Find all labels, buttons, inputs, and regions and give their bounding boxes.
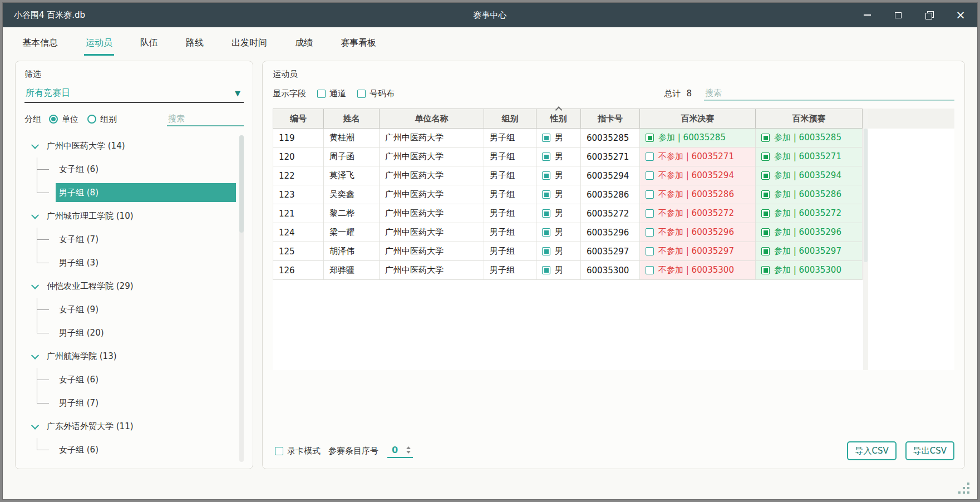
cell-group: 男子组	[484, 223, 536, 242]
table-row[interactable]: 124梁一耀广州中医药大学男子组男60035296不参加 | 60035296参…	[273, 223, 954, 242]
column-header[interactable]: 百米决赛	[640, 109, 756, 129]
table-row[interactable]: 120周子函广州中医药大学男子组男60035271不参加 | 60035271参…	[273, 147, 954, 166]
competition-day-select[interactable]: 所有竞赛日 ▼	[24, 85, 244, 103]
tree-child-item[interactable]: 男子组 (20)	[24, 321, 236, 344]
tab-6[interactable]: 成绩	[293, 32, 314, 56]
checkbox-icon[interactable]	[542, 152, 550, 161]
tree-parent-item[interactable]: 广州城市理工学院 (10)	[24, 204, 236, 228]
tree-item-label: 男子组 (8)	[59, 188, 99, 198]
tree-child-item[interactable]: 男子组 (3)	[24, 251, 236, 274]
checkbox-icon[interactable]	[542, 266, 550, 274]
checkbox-icon[interactable]	[542, 190, 550, 199]
column-header[interactable]: 百米预赛	[756, 109, 863, 129]
checkbox-icon[interactable]	[317, 90, 326, 98]
checkbox-icon[interactable]	[761, 247, 770, 255]
checkbox-icon[interactable]	[542, 247, 550, 255]
checkbox-icon[interactable]	[646, 171, 654, 180]
tree-child-item[interactable]: 女子组 (9)	[24, 298, 236, 321]
checkbox-icon[interactable]	[646, 152, 654, 161]
checkbox-icon[interactable]	[275, 447, 283, 455]
checkbox-icon[interactable]	[646, 247, 654, 255]
cell-final: 不参加 | 60035286	[640, 185, 756, 204]
column-header[interactable]: 单位名称	[380, 109, 484, 129]
checkbox-icon[interactable]	[542, 209, 550, 218]
field-checkbox[interactable]: 号码布	[357, 88, 395, 99]
table-row[interactable]: 126郑骅疆广州中医药大学男子组男60035300不参加 | 60035300参…	[273, 261, 954, 280]
column-header[interactable]: 姓名	[324, 109, 380, 129]
chevron-down-icon[interactable]	[31, 352, 39, 360]
record-mode-checkbox[interactable]: 录卡模式	[275, 446, 321, 456]
tab-7[interactable]: 赛事看板	[339, 32, 378, 56]
checkbox-icon[interactable]	[761, 152, 770, 161]
tree-scrollbar[interactable]	[239, 135, 244, 462]
tree-parent-item[interactable]: 广州中医药大学 (14)	[24, 134, 236, 158]
chevron-down-icon[interactable]	[31, 422, 39, 430]
column-header[interactable]: 组别	[484, 109, 536, 129]
tab-4[interactable]: 路线	[184, 32, 205, 56]
checkbox-icon[interactable]	[761, 266, 770, 274]
cell-prelim: 参加 | 60035296	[756, 223, 863, 242]
checkbox-icon[interactable]	[761, 171, 770, 180]
table-row[interactable]: 122莫泽飞广州中医药大学男子组男60035294不参加 | 60035294参…	[273, 166, 954, 185]
cell-name: 黎二桦	[324, 204, 380, 223]
table-row[interactable]: 125胡泽伟广州中医药大学男子组男60035297不参加 | 60035297参…	[273, 242, 954, 261]
minimize-button[interactable]	[861, 9, 873, 21]
tree-child-item[interactable]: 男子组 (7)	[24, 391, 236, 415]
tab-2[interactable]: 运动员	[84, 32, 114, 56]
checkbox-icon[interactable]	[357, 90, 366, 98]
radio-option[interactable]: 组别	[87, 114, 117, 125]
checkbox-icon[interactable]	[542, 228, 550, 237]
column-header[interactable]: 指卡号	[581, 109, 640, 129]
radio-icon[interactable]	[87, 115, 96, 124]
resize-grip[interactable]	[967, 491, 969, 494]
checkbox-icon[interactable]	[542, 171, 550, 180]
checkbox-icon[interactable]	[646, 228, 654, 237]
column-header[interactable]: 编号	[273, 109, 324, 129]
table-row[interactable]: 123吴奕鑫广州中医药大学男子组男60035286不参加 | 60035286参…	[273, 185, 954, 204]
checkbox-icon[interactable]	[761, 134, 770, 142]
checkbox-icon[interactable]	[761, 209, 770, 218]
chevron-down-icon[interactable]	[31, 282, 39, 289]
tree-parent-item[interactable]: 广东外语外贸大学 (11)	[24, 415, 236, 438]
tree-child-item[interactable]: 男子组 (8)	[24, 181, 236, 204]
tree-child-item[interactable]: 女子组 (6)	[24, 158, 236, 181]
checkbox-icon[interactable]	[646, 266, 654, 274]
radio-option[interactable]: 单位	[49, 114, 78, 125]
stepper-up-icon[interactable]	[406, 446, 411, 449]
tree-child-item[interactable]: 女子组 (7)	[24, 228, 236, 251]
cell-card: 60035300	[581, 261, 640, 280]
checkbox-icon[interactable]	[646, 134, 654, 142]
tab-5[interactable]: 出发时间	[230, 32, 269, 56]
stepper-down-icon[interactable]	[406, 451, 411, 454]
restore-button[interactable]	[924, 9, 935, 21]
chevron-down-icon[interactable]	[31, 211, 39, 219]
tree-child-item[interactable]: 女子组 (6)	[24, 438, 236, 461]
table-row[interactable]: 121黎二桦广州中医药大学男子组男60035272不参加 | 60035272参…	[273, 204, 954, 223]
tree-child-item[interactable]: 女子组 (6)	[24, 368, 236, 391]
checkbox-icon[interactable]	[646, 190, 654, 199]
field-checkbox[interactable]: 通道	[317, 88, 346, 99]
checkbox-icon[interactable]	[646, 209, 654, 218]
column-header[interactable]: 性别	[536, 109, 581, 129]
checkbox-icon[interactable]	[761, 190, 770, 199]
radio-icon[interactable]	[49, 115, 58, 124]
close-button[interactable]: ×	[955, 9, 966, 21]
tree-parent-item[interactable]: 仲恺农业工程学院 (29)	[24, 274, 236, 298]
chevron-down-icon[interactable]	[31, 141, 39, 149]
group-filter-row: 分组 单位组别	[24, 112, 244, 126]
entry-number-stepper[interactable]: 0	[387, 444, 413, 458]
table-scrollbar[interactable]	[863, 109, 868, 370]
tree-scrollbar-thumb[interactable]	[239, 135, 244, 233]
export-csv-button[interactable]: 导出CSV	[905, 441, 954, 460]
filter-search-input[interactable]	[167, 112, 244, 126]
checkbox-icon[interactable]	[542, 134, 550, 142]
tab-3[interactable]: 队伍	[139, 32, 160, 56]
import-csv-button[interactable]: 导入CSV	[847, 441, 896, 460]
maximize-button[interactable]	[893, 9, 904, 21]
table-search-input[interactable]	[704, 86, 954, 101]
tree-parent-item[interactable]: 广州航海学院 (13)	[24, 344, 236, 368]
table-scrollbar-thumb[interactable]	[864, 129, 868, 262]
checkbox-icon[interactable]	[761, 228, 770, 237]
tab-1[interactable]: 基本信息	[21, 32, 60, 56]
table-row[interactable]: 119黄桂潮广州中医药大学男子组男60035285参加 | 60035285参加…	[273, 129, 954, 147]
